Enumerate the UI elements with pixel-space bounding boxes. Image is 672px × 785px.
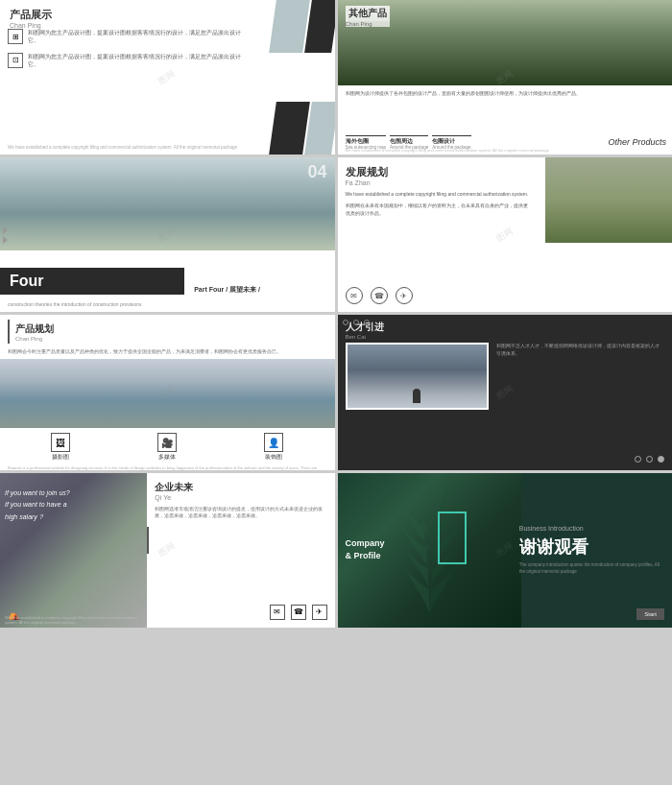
slide3-four-box: Four xyxy=(0,268,184,295)
slide-company-future: If you want to join us? If you want to h… xyxy=(0,473,335,628)
slide5-icons: 🖼 摄影图 🎥 多媒体 👤 装饰图 xyxy=(0,428,335,465)
slide2-subtitle: Chan Ping xyxy=(346,21,390,27)
slide-product-plan: 产品规划 Chan Ping 和图网会今时注重产品质量以及产品种类的优化，致力于… xyxy=(0,315,335,469)
slide1-subtitle: Chan Ping xyxy=(10,22,52,29)
slide7-left-text: If you want to join us? If you want to h… xyxy=(5,488,70,524)
slide4-right-image xyxy=(545,157,672,243)
main-grid: 产品展示 Chan Ping ⊞ 和图网为您主产品设计图，提案设计图根据客客情况… xyxy=(0,0,672,785)
slide5-mountain-image xyxy=(0,359,335,429)
slide-four: 04 Four Part Four / 展望未来 / construction … xyxy=(0,157,335,312)
slide3-number: 04 xyxy=(307,162,326,182)
slide7-left-footer: We have established a complete copyright… xyxy=(5,615,151,625)
slide6-subtitle: Ben Cai xyxy=(346,334,665,340)
slide5-icon1-label: 摄影图 xyxy=(52,454,69,461)
slide4-icon2: ☎ xyxy=(371,287,388,304)
slide6-dot1 xyxy=(635,456,641,463)
slide7-title: 企业未来 xyxy=(155,481,326,494)
slide4-icon3: ✈ xyxy=(396,287,413,304)
slide2-title: 其他产品 xyxy=(346,6,390,21)
slide5-icon3: 👤 装饰图 xyxy=(264,433,283,461)
slide6-person xyxy=(413,389,420,403)
tag3-line1: 包圈设计 xyxy=(432,138,470,145)
slide4-desc1: We have established a complete copyright… xyxy=(346,190,532,198)
slide3-footer: construction theories the introduction o… xyxy=(8,301,142,307)
slide2-footer: We have established a complete copyright… xyxy=(346,148,549,153)
slide7-icon1: ✉ xyxy=(270,605,285,620)
slide1-row1: ⊞ 和图网为您主产品设计图，提案设计图根据客客情况行的设计，满足您产品派出设计它… xyxy=(8,29,244,45)
slide3-part-text: Part Four / 展望未来 / xyxy=(194,285,260,295)
slide5-subtitle: Chan Ping xyxy=(15,336,54,342)
slide4-title: 发展规划 xyxy=(346,165,532,179)
slide5-left-bar xyxy=(8,320,10,344)
slide5-icon1-box: 🖼 xyxy=(51,433,70,452)
slide4-watermark: 图网 xyxy=(494,226,516,245)
slide6-dot2 xyxy=(646,456,653,463)
slide5-icon3-label: 装饰图 xyxy=(265,454,282,461)
slide6-content: 和图网不怎人才人才，不断提招聘网络优诊设计师，提设计内容是框架的人才引诱体系。 xyxy=(338,343,673,410)
slide7-icon2: ☎ xyxy=(291,605,306,620)
slide1-content-area: ⊞ 和图网为您主产品设计图，提案设计图根据客客情况行的设计，满足您产品派出设计它… xyxy=(8,29,244,76)
slide8-teal-rect xyxy=(438,511,467,564)
x-left-bottom xyxy=(269,102,310,155)
slide2-desc: 和图网为设计师提供了各外包图的设计产品，里面有大量的原创图图设计师使用，为设计师… xyxy=(346,90,665,98)
slide3-four-title: Four xyxy=(10,273,175,290)
top-dot3 xyxy=(364,320,370,325)
slide5-desc: 和图网会今时注重产品质量以及产品种类的优化，致力于提供全国全能的产品，为来满足消… xyxy=(0,348,335,359)
slide6-title: 人才引进 xyxy=(346,321,665,334)
slide8-right: Business Introduction 谢谢观看 The company i… xyxy=(512,473,672,628)
x-left-top xyxy=(269,0,310,53)
slide2-title-overlay: 其他产品 Chan Ping xyxy=(346,6,390,27)
slide7-join3: high salary？ xyxy=(5,511,70,524)
slide7-icons: ✉ ☎ ✈ xyxy=(270,605,327,620)
slide7-left: If you want to join us? If you want to h… xyxy=(0,473,151,628)
slide7-join1: If you want to join us? xyxy=(5,488,70,500)
slide5-icon2: 🎥 多媒体 xyxy=(157,433,177,461)
slide1-text2: 和图网为您主产品设计图，提案设计图根据客客情况行的设计，满足您产品派出设计它。 xyxy=(28,53,244,69)
slide1-icon1: ⊞ xyxy=(8,29,23,44)
slide5-title: 产品规划 xyxy=(15,322,54,336)
slide5-icon2-box: 🎥 xyxy=(157,433,177,452)
slide8-company-line2: & Profile xyxy=(346,550,385,562)
other-products-label: Other Products xyxy=(608,137,666,147)
slide7-subtitle: Qi Ye xyxy=(155,494,326,501)
slide6-dots xyxy=(635,456,664,463)
slide7-join2: If you want to have a xyxy=(5,499,70,511)
slide8-company-text: Company & Profile xyxy=(346,538,385,562)
slide7-desc: 和图网选准市场清洁注重诊咨询设计的提名，使用设计的方式未来促进企业的发展，追需来… xyxy=(155,506,326,520)
slide-product-display: 产品展示 Chan Ping ⊞ 和图网为您主产品设计图，提案设计图根据客客情况… xyxy=(0,0,335,155)
slide-development: 发展规划 Fa Zhan We have established a compl… xyxy=(338,157,673,312)
slide7-right-bar xyxy=(147,527,149,554)
slide5-icon3-box: 👤 xyxy=(264,433,283,452)
top-dot2 xyxy=(353,320,359,325)
slide1-row2: ⊡ 和图网为您主产品设计图，提案设计图根据客客情况行的设计，满足您产品派出设计它… xyxy=(8,53,244,69)
slide2-bottom: 和图网为设计师提供了各外包图的设计产品，里面有大量的原创图图设计师使用，为设计师… xyxy=(338,85,673,155)
slide8-company-desc: The company introduction quotes the intr… xyxy=(519,562,664,576)
slide4-subtitle: Fa Zhan xyxy=(346,179,532,186)
slide8-company-label: Company & Profile xyxy=(346,538,385,562)
slide4-icons: ✉ ☎ ✈ xyxy=(346,287,413,304)
slide3-arrows xyxy=(3,226,8,244)
slide1-text1: 和图网为您主产品设计图，提案设计图根据客客情况行的设计，满足您产品派出设计它。 xyxy=(28,29,244,45)
slide1-title-area: 产品展示 Chan Ping xyxy=(10,8,52,29)
slide3-bottom: Four Part Four / 展望未来 / construction the… xyxy=(0,243,335,313)
slide4-desc2: 和图网在未来有本国规划中，继续以客户的资料为主，在未来具有自身的产业，提供更优质… xyxy=(346,202,532,217)
slide7-icon3: ✈ xyxy=(312,605,327,620)
top-dot1 xyxy=(343,320,348,325)
slide6-desc: 和图网不怎人才人才，不断提招聘网络优诊设计师，提设计内容是框架的人才引诱体系。 xyxy=(496,343,664,410)
slide5-top: 产品规划 Chan Ping xyxy=(0,315,335,345)
slide2-image-area: 其他产品 Chan Ping xyxy=(338,0,673,85)
tag1-line1: 海外包圈 xyxy=(346,138,387,145)
slide8-start-button[interactable]: Start xyxy=(636,608,664,620)
slide6-title-section: 人才引进 Ben Cai xyxy=(338,315,673,343)
slide-talent: 人才引进 Ben Cai 和图网不怎人才人才，不断提招聘网络优诊设计师，提设计内… xyxy=(338,315,673,469)
slide8-company-line1: Company xyxy=(346,538,385,551)
slide3-image: 04 xyxy=(0,157,335,250)
slide-company-profile: Company & Profile Business Introduction … xyxy=(338,473,673,628)
slide1-footer: We have established a complete copyright… xyxy=(8,145,237,150)
slide1-x-decoration xyxy=(249,0,335,155)
slide5-icon2-label: 多媒体 xyxy=(158,454,176,461)
slide8-thanks: 谢谢观看 xyxy=(519,535,664,559)
slide5-footer: Botanist is a professional website for d… xyxy=(0,465,335,469)
slide5-icon1: 🖼 摄影图 xyxy=(51,433,70,461)
slide6-image xyxy=(346,343,490,410)
